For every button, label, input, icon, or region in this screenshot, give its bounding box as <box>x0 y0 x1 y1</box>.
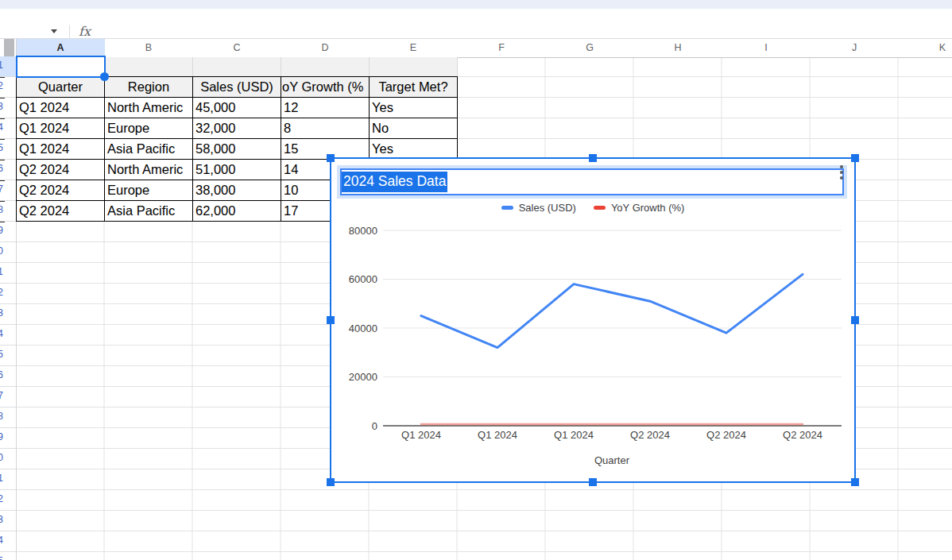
table-cell[interactable]: 62,000 <box>193 201 281 222</box>
row-header-10[interactable]: 10 <box>0 242 16 263</box>
table-cell[interactable]: 58,000 <box>193 139 281 160</box>
column-header-j[interactable]: J <box>811 39 900 56</box>
legend-marker <box>594 206 606 210</box>
table-cell[interactable]: Asia Pacific <box>105 201 193 222</box>
row-header-14[interactable]: 14 <box>0 325 16 346</box>
table-cell[interactable]: Asia Pacific <box>105 139 193 160</box>
row-header-12[interactable]: 12 <box>0 284 16 304</box>
row-number: 11 <box>0 266 3 277</box>
row-number: 19 <box>0 431 3 442</box>
column-header-f[interactable]: F <box>458 39 547 56</box>
row-header-2[interactable]: 2 <box>0 77 16 98</box>
column-header-h[interactable]: H <box>634 39 723 56</box>
row-header-4[interactable]: 4 <box>0 118 16 139</box>
table-cell[interactable]: 8 <box>281 118 370 139</box>
table-header-cell[interactable]: Sales (USD) <box>193 77 281 98</box>
svg-text:Quarter: Quarter <box>594 454 630 466</box>
chart-container[interactable]: 020000400006000080000Q1 2024Q1 2024Q1 20… <box>330 157 856 483</box>
selection-handle[interactable] <box>100 72 109 81</box>
table-cell[interactable]: Q2 2024 <box>17 180 105 201</box>
row-header-22[interactable]: 22 <box>0 490 16 511</box>
row-header-23[interactable]: 23 <box>0 511 16 531</box>
toolbar-strip <box>0 0 952 9</box>
svg-text:Q1 2024: Q1 2024 <box>401 429 441 441</box>
column-header-a[interactable]: A <box>17 39 106 56</box>
row-header-24[interactable]: 24 <box>0 531 16 552</box>
row-number: 16 <box>0 369 3 380</box>
row-number: 9 <box>0 225 3 236</box>
table-cell[interactable]: Q2 2024 <box>17 201 105 222</box>
row-header-17[interactable]: 17 <box>0 387 16 407</box>
table-border-tick <box>0 160 5 160</box>
table-header-cell[interactable]: Quarter <box>17 77 105 98</box>
row-header-16[interactable]: 16 <box>0 366 16 387</box>
table-cell[interactable]: 12 <box>281 98 370 118</box>
table-header-cell[interactable]: Target Met? <box>370 77 458 98</box>
legend-item-yoy-growth-[interactable]: YoY Growth (%) <box>594 202 685 214</box>
active-cell[interactable] <box>16 56 106 78</box>
table-cell[interactable]: Q2 2024 <box>17 160 105 180</box>
column-header-c[interactable]: C <box>193 39 282 56</box>
table-cell[interactable]: 38,000 <box>193 180 281 201</box>
row-number: 15 <box>0 349 3 360</box>
chart-menu-icon[interactable] <box>838 165 845 183</box>
column-header-i[interactable]: I <box>722 39 811 56</box>
column-header-g[interactable]: G <box>546 39 635 56</box>
row-header-11[interactable]: 11 <box>0 263 16 284</box>
row-header-8[interactable]: 8 <box>0 201 16 222</box>
table-cell[interactable]: North Americ <box>105 160 193 180</box>
svg-text:80000: 80000 <box>349 225 377 237</box>
select-all-corner[interactable] <box>0 39 17 56</box>
table-cell[interactable]: Europe <box>105 180 193 201</box>
legend-item-sales-usd-[interactable]: Sales (USD) <box>501 202 576 214</box>
row-header-21[interactable]: 21 <box>0 469 16 490</box>
svg-text:0: 0 <box>372 420 377 432</box>
table-header-cell[interactable]: oY Growth (% <box>281 77 370 98</box>
row-header-strip[interactable]: 1234567891011121314151617181920212223242… <box>0 56 17 560</box>
row-number: 17 <box>0 390 3 401</box>
row-header-6[interactable]: 6 <box>0 160 16 180</box>
legend-label: Sales (USD) <box>519 202 576 214</box>
row-number: 7 <box>0 183 3 195</box>
row-header-7[interactable]: 7 <box>0 180 16 201</box>
table-cell[interactable]: Q1 2024 <box>17 139 105 160</box>
column-header-e[interactable]: E <box>370 39 459 56</box>
row-header-9[interactable]: 9 <box>0 222 16 242</box>
table-border-tick <box>0 180 5 181</box>
svg-text:Q2 2024: Q2 2024 <box>706 429 746 441</box>
table-cell[interactable]: North Americ <box>105 98 193 118</box>
table-cell[interactable]: 32,000 <box>193 118 281 139</box>
table-cell[interactable]: Europe <box>105 118 193 139</box>
column-header-k[interactable]: K <box>899 39 952 56</box>
table-cell[interactable]: 51,000 <box>193 160 281 180</box>
row-header-19[interactable]: 19 <box>0 428 16 449</box>
row-number: 18 <box>0 411 3 422</box>
row-header-20[interactable]: 20 <box>0 449 16 469</box>
row-header-13[interactable]: 13 <box>0 304 16 325</box>
table-cell[interactable]: Yes <box>370 98 458 118</box>
row-header-15[interactable]: 15 <box>0 346 16 366</box>
svg-text:Q2 2024: Q2 2024 <box>783 429 822 441</box>
row-header-18[interactable]: 18 <box>0 407 16 428</box>
row-header-25[interactable]: 25 <box>0 552 16 560</box>
column-header-d[interactable]: D <box>281 39 370 56</box>
row-header-3[interactable]: 3 <box>0 98 16 118</box>
fx-icon: fx <box>79 24 91 39</box>
table-cell[interactable]: 45,000 <box>193 98 281 118</box>
table-header-cell[interactable]: Region <box>105 77 193 98</box>
row1-shaded-cells[interactable] <box>105 57 458 77</box>
row-number: 5 <box>0 142 3 153</box>
row-number: 12 <box>0 287 3 298</box>
row-header-5[interactable]: 5 <box>0 139 16 160</box>
row-number: 22 <box>0 493 3 504</box>
column-header-b[interactable]: B <box>105 39 194 56</box>
row-number: 24 <box>0 535 3 546</box>
row-number: 6 <box>0 163 3 174</box>
name-box-dropdown-icon[interactable] <box>51 29 57 33</box>
table-cell[interactable]: Q1 2024 <box>17 98 105 118</box>
row-header-1[interactable]: 1 <box>0 56 16 77</box>
table-cell[interactable]: Q1 2024 <box>17 118 105 139</box>
svg-text:Q1 2024: Q1 2024 <box>554 429 594 441</box>
chart-title-editor[interactable]: 2024 Sales Data <box>340 168 844 195</box>
table-cell[interactable]: No <box>370 118 458 139</box>
